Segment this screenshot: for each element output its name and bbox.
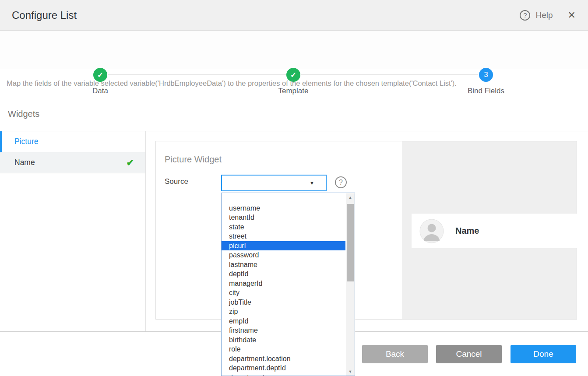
widget-list-item[interactable]: Name ✔ xyxy=(0,152,145,173)
source-select[interactable]: ▼ xyxy=(221,175,327,191)
configure-list-dialog: Configure List ? Help ✕ ✓ Data ✓ Templat… xyxy=(0,0,588,376)
dropdown-option[interactable]: zip xyxy=(222,307,345,316)
source-dropdown-popup: usernametenantIdstatestreetpicurlpasswor… xyxy=(221,193,355,376)
dropdown-option[interactable]: jobTitle xyxy=(222,298,345,307)
dropdown-option[interactable]: city xyxy=(222,288,345,298)
dropdown-option[interactable]: deptId xyxy=(222,269,345,279)
dropdown-option[interactable]: password xyxy=(222,250,345,260)
widget-list-item[interactable]: Picture ✔ xyxy=(0,131,145,152)
chevron-down-icon: ▼ xyxy=(310,180,314,186)
dropdown-option[interactable]: department.deptId xyxy=(222,363,345,373)
widget-item-label: Name xyxy=(14,158,35,167)
dropdown-option[interactable]: picurl xyxy=(222,241,345,251)
dropdown-option[interactable]: username xyxy=(222,204,345,213)
preview-card-label: Name xyxy=(455,226,479,236)
contact-list-preview-card: Name xyxy=(412,214,577,248)
dropdown-option[interactable]: department.name xyxy=(222,373,345,376)
source-label: Source xyxy=(165,177,188,186)
widget-item-label: Picture xyxy=(14,137,38,146)
dropdown-option[interactable]: state xyxy=(222,222,345,232)
header-actions: ? Help ✕ xyxy=(520,10,576,21)
dialog-header: Configure List ? Help ✕ xyxy=(0,0,588,31)
dropdown-options: usernametenantIdstatestreetpicurlpasswor… xyxy=(222,194,345,376)
source-help-icon[interactable]: ? xyxy=(335,176,347,188)
dropdown-option[interactable]: empId xyxy=(222,316,345,326)
check-icon: ✔ xyxy=(126,158,134,168)
dropdown-option[interactable]: firstname xyxy=(222,326,345,335)
cancel-button[interactable]: Cancel xyxy=(436,345,502,363)
dropdown-option[interactable]: managerId xyxy=(222,279,345,288)
dropdown-option[interactable]: street xyxy=(222,232,345,241)
widgets-caption-row: Widgets xyxy=(0,97,588,131)
dropdown-option[interactable]: role xyxy=(222,344,345,354)
description-text: Map the fields of the variable selected … xyxy=(7,79,457,88)
dropdown-option[interactable]: lastname xyxy=(222,260,345,270)
widgets-title: Widgets xyxy=(8,109,39,119)
dropdown-option[interactable]: tenantId xyxy=(222,213,345,222)
avatar xyxy=(419,219,444,243)
scroll-down-icon[interactable]: ▼ xyxy=(346,368,355,375)
done-button[interactable]: Done xyxy=(511,345,576,363)
widget-list: Picture ✔ Name ✔ xyxy=(0,131,146,331)
scroll-up-icon[interactable]: ▲ xyxy=(346,193,355,201)
dropdown-option[interactable]: department.location xyxy=(222,354,345,364)
back-button[interactable]: Back xyxy=(362,345,428,363)
page-title: Configure List xyxy=(12,9,77,21)
scrollbar-thumb[interactable] xyxy=(347,204,354,281)
dropdown-option[interactable] xyxy=(222,194,345,204)
help-icon[interactable]: ? xyxy=(520,10,530,21)
wizard-stepper: ✓ Data ✓ Template 3 Bind Fields xyxy=(0,31,588,69)
description-row: Map the fields of the variable selected … xyxy=(0,70,588,97)
close-icon[interactable]: ✕ xyxy=(568,11,576,20)
dropdown-scrollbar[interactable]: ▲ ▼ xyxy=(346,193,355,376)
panel-title: Picture Widget xyxy=(165,155,222,165)
help-label[interactable]: Help xyxy=(535,11,553,20)
dropdown-option[interactable]: birthdate xyxy=(222,335,345,345)
